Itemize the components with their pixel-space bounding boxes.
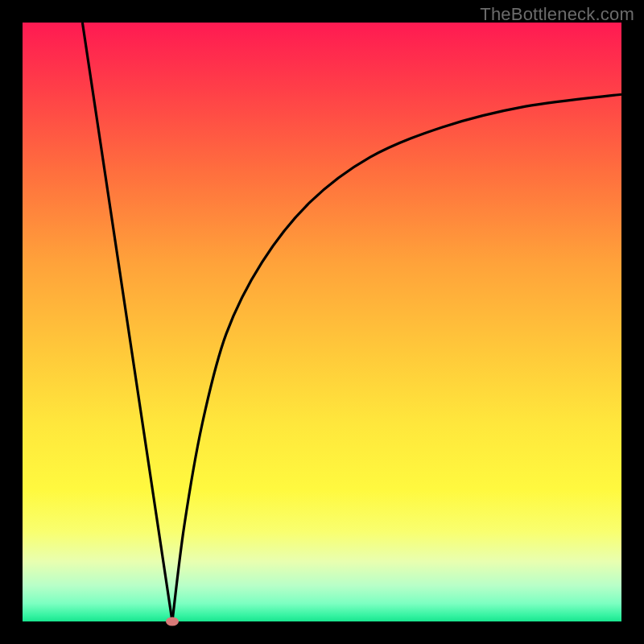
curve-right-branch bbox=[172, 94, 621, 621]
chart-stage: TheBottleneck.com bbox=[0, 0, 644, 644]
watermark-text: TheBottleneck.com bbox=[480, 4, 634, 25]
plot-area bbox=[23, 23, 621, 621]
curve-svg bbox=[23, 23, 621, 621]
curve-left-branch bbox=[82, 23, 172, 621]
cusp-marker bbox=[166, 617, 179, 626]
